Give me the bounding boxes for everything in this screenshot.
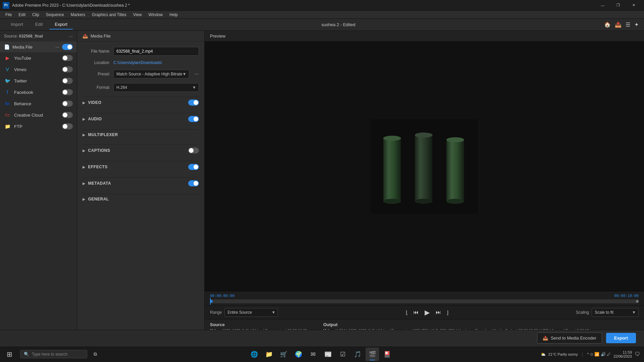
metadata-toggle[interactable]	[188, 180, 199, 186]
captions-toggle[interactable]	[188, 147, 199, 154]
taskbar-app-chrome[interactable]: 🌍	[292, 348, 305, 361]
media-file-row[interactable]: 📄 Media File ···	[0, 42, 77, 52]
file-name-input[interactable]	[113, 47, 199, 56]
dest-vimeo[interactable]: V Vimeo	[0, 64, 77, 75]
preset-row: Preset Match Source - Adaptive High Bitr…	[83, 70, 199, 78]
creative-cloud-toggle[interactable]	[62, 112, 73, 118]
timeline-dot-right	[636, 300, 639, 303]
home-icon[interactable]: 🏠	[604, 21, 611, 28]
twitter-label: Twitter	[14, 78, 27, 83]
taskbar-search-box[interactable]: 🔍 Type here to search	[20, 350, 87, 358]
scaling-label: Scaling	[576, 310, 589, 315]
preset-more-button[interactable]: ···	[195, 71, 199, 77]
effects-chevron-icon: ▶	[83, 165, 86, 169]
range-label: Range	[210, 310, 222, 315]
svg-rect-2	[383, 138, 401, 201]
taskbar-app-explorer[interactable]: 📁	[262, 348, 276, 361]
dest-youtube[interactable]: ▶ YouTube	[0, 52, 77, 64]
settings-header: 📤 Media File	[77, 31, 204, 42]
export-button[interactable]: Export	[606, 333, 636, 343]
taskbar-app-premiere[interactable]: 🎬	[366, 348, 379, 361]
project-title: sushea 2 - Edited	[73, 22, 604, 27]
vimeo-icon: V	[4, 66, 11, 73]
timeline-dot-left	[210, 300, 213, 303]
menu-icon[interactable]: ☰	[626, 21, 630, 28]
source-more-button[interactable]: ···	[69, 34, 73, 39]
general-section-row[interactable]: ▶ GENERAL	[83, 194, 199, 204]
range-select[interactable]: Entire Source	[224, 308, 278, 317]
location-link[interactable]: C:\Users\dylan\Downloads\	[113, 60, 162, 65]
youtube-toggle[interactable]	[62, 55, 73, 61]
tab-edit[interactable]: Edit	[30, 20, 48, 29]
mark-in-button[interactable]: ⌊	[405, 309, 409, 316]
menu-view[interactable]: View	[130, 12, 145, 18]
youtube-label: YouTube	[14, 56, 31, 61]
menu-graphics[interactable]: Graphics and Titles	[89, 12, 129, 18]
preview-timeline: 00:00:00:00 00:00:10:00	[205, 291, 644, 305]
start-button[interactable]: ⊞	[3, 348, 16, 361]
star-icon[interactable]: ✦	[634, 21, 639, 28]
settings-header-label: Media File	[91, 34, 111, 39]
facebook-label: Facebook	[14, 90, 33, 95]
source-header: Source: 632568_final ···	[0, 31, 77, 42]
audio-section-label: AUDIO	[88, 117, 102, 121]
tab-export[interactable]: Export	[49, 20, 73, 29]
media-file-more-button[interactable]: ···	[55, 44, 59, 50]
close-button[interactable]: ✕	[626, 0, 641, 11]
media-file-toggle[interactable]	[62, 44, 73, 50]
taskbar-app-spotify[interactable]: 🎵	[351, 348, 364, 361]
menu-clip[interactable]: Clip	[30, 12, 42, 18]
audio-toggle[interactable]	[188, 116, 199, 122]
scaling-select[interactable]: Scale to fit	[592, 308, 639, 317]
captions-section-row[interactable]: ▶ CAPTIONS	[83, 144, 199, 156]
ftp-toggle[interactable]	[62, 123, 73, 129]
menu-sequence[interactable]: Sequence	[43, 12, 67, 18]
dest-behance[interactable]: Be Behance	[0, 98, 77, 109]
step-back-button[interactable]: ⏮	[412, 309, 420, 316]
taskbar-app-store[interactable]: 🛒	[277, 348, 290, 361]
effects-section-row[interactable]: ▶ EFFECTS	[83, 161, 199, 173]
taskbar-app-todo[interactable]: ☑	[336, 348, 350, 361]
vimeo-toggle[interactable]	[62, 66, 73, 72]
preset-select[interactable]: Match Source - Adaptive High Bitrate	[113, 70, 189, 78]
metadata-section-row[interactable]: ▶ METADATA	[83, 177, 199, 189]
taskbar-app-mail[interactable]: ✉	[307, 348, 320, 361]
taskbar-app-gaming[interactable]: 🎴	[380, 348, 394, 361]
notification-button[interactable]: 🗨	[635, 351, 640, 357]
audio-section-row[interactable]: ▶ AUDIO	[83, 113, 199, 125]
taskbar-app-news[interactable]: 📰	[321, 348, 335, 361]
video-section-row[interactable]: ▶ VIDEO	[83, 97, 199, 108]
menu-markers[interactable]: Markers	[68, 12, 88, 18]
tab-import[interactable]: Import	[5, 20, 29, 29]
minimize-button[interactable]: —	[595, 0, 610, 11]
menu-file[interactable]: File	[3, 12, 14, 18]
facebook-toggle[interactable]	[62, 89, 73, 95]
multiplexer-section-row[interactable]: ▶ MULTIPLEXER	[83, 129, 199, 140]
step-forward-button[interactable]: ⏭	[434, 309, 442, 316]
menu-edit[interactable]: Edit	[16, 12, 28, 18]
dest-twitter[interactable]: 🐦 Twitter	[0, 75, 77, 86]
dest-facebook[interactable]: f Facebook	[0, 86, 77, 98]
format-select[interactable]: H.264	[113, 83, 199, 92]
twitter-toggle[interactable]	[62, 78, 73, 84]
send-to-encoder-button[interactable]: 📤 Send to Media Encoder	[537, 333, 602, 344]
dest-creative-cloud[interactable]: Cc Creative Cloud	[0, 109, 77, 121]
maximize-button[interactable]: ❐	[610, 0, 626, 11]
behance-toggle[interactable]	[62, 101, 73, 107]
task-view-button[interactable]: ⧉	[89, 348, 102, 361]
timeline-bar[interactable]	[210, 299, 639, 303]
play-button[interactable]: ▶	[423, 308, 432, 317]
preview-header: Preview	[205, 31, 644, 42]
taskbar-clock: 11:59 22/06/2023	[613, 350, 632, 358]
menu-help[interactable]: Help	[167, 12, 180, 18]
mark-out-button[interactable]: ⌋	[445, 309, 450, 316]
effects-toggle[interactable]	[188, 164, 199, 170]
dest-ftp[interactable]: 📁 FTP	[0, 121, 77, 132]
video-toggle[interactable]	[188, 100, 199, 106]
preview-controls: Range Entire Source ▼ ⌊ ⏮ ▶ ⏭ ⌋ Scaling	[205, 305, 644, 319]
taskbar-app-edge[interactable]: 🌐	[248, 348, 261, 361]
share-icon[interactable]: 📤	[615, 21, 622, 28]
file-name-row: File Name	[83, 47, 199, 56]
menu-window[interactable]: Window	[146, 12, 166, 18]
weather-icon: ⛅	[541, 352, 546, 357]
